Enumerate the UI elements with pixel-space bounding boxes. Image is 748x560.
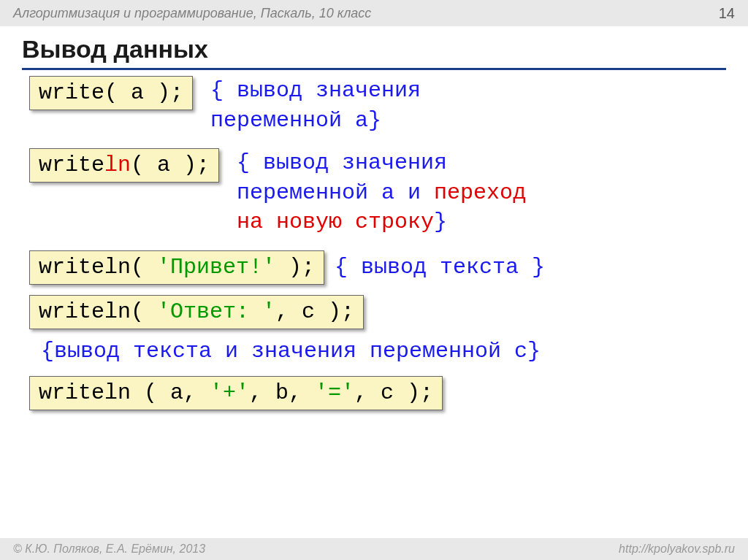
comment-line: } — [434, 210, 447, 234]
breadcrumb: Алгоритмизация и программирование, Паска… — [13, 6, 371, 21]
page-number: 14 — [719, 5, 735, 22]
comment-line: { вывод значения — [210, 78, 421, 103]
code-write: write( a ); — [29, 76, 193, 110]
comment-text: { вывод текста } — [335, 253, 719, 283]
code-frag: ( a ); — [131, 153, 210, 177]
code-frag-ln: ln — [104, 153, 131, 177]
code-frag: writeln( — [39, 299, 157, 324]
footer-url: http://kpolyakov.spb.ru — [619, 542, 735, 556]
comment-line: переменной a и — [237, 180, 434, 205]
example-row-4: writeln( 'Ответ: ', c ); — [29, 295, 719, 329]
code-writeln-text: writeln( 'Привет!' ); — [29, 250, 324, 285]
code-writeln: writeln( a ); — [29, 148, 219, 183]
comment-answer: {вывод текста и значения переменной c} — [41, 337, 719, 367]
code-writeln-expr: writeln ( a, '+', b, '=', c ); — [29, 376, 443, 410]
copyright: © К.Ю. Поляков, Е.А. Ерёмин, 2013 — [13, 542, 205, 556]
code-frag: writeln( — [39, 255, 157, 280]
page-title: Вывод данных — [22, 35, 726, 70]
code-frag: , c ); — [275, 299, 354, 324]
code-frag: , b, — [249, 380, 315, 405]
code-writeln-answer: writeln( 'Ответ: ', c ); — [29, 295, 364, 329]
comment-line: { вывод значения — [237, 150, 447, 175]
code-string: '=' — [315, 380, 354, 405]
example-row-5: writeln ( a, '+', b, '=', c ); — [29, 376, 719, 410]
code-frag: write — [39, 153, 104, 177]
example-row-2: writeln( a ); { вывод значения переменно… — [29, 148, 719, 237]
breadcrumb-bar: Алгоритмизация и программирование, Паска… — [0, 0, 748, 26]
comment-writeln: { вывод значения переменной a и переход … — [229, 148, 719, 237]
code-frag: , c ); — [354, 380, 433, 405]
code-string: '+' — [210, 380, 249, 405]
code-string: 'Ответ: ' — [157, 299, 275, 324]
example-row-3: writeln( 'Привет!' ); { вывод текста } — [29, 250, 719, 285]
comment-line-red: на новую строку — [237, 210, 434, 234]
code-string: 'Привет!' — [157, 255, 275, 280]
code-frag: ); — [275, 255, 315, 280]
comment-write: { вывод значения переменной a} — [203, 76, 719, 135]
comment-line: переменной a} — [210, 108, 381, 133]
example-row-1: write( a ); { вывод значения переменной … — [29, 76, 719, 135]
footer-bar: © К.Ю. Поляков, Е.А. Ерёмин, 2013 http:/… — [0, 538, 748, 560]
content-area: write( a ); { вывод значения переменной … — [29, 76, 719, 423]
code-frag: writeln ( a, — [39, 380, 210, 405]
comment-line-red: переход — [434, 180, 526, 205]
